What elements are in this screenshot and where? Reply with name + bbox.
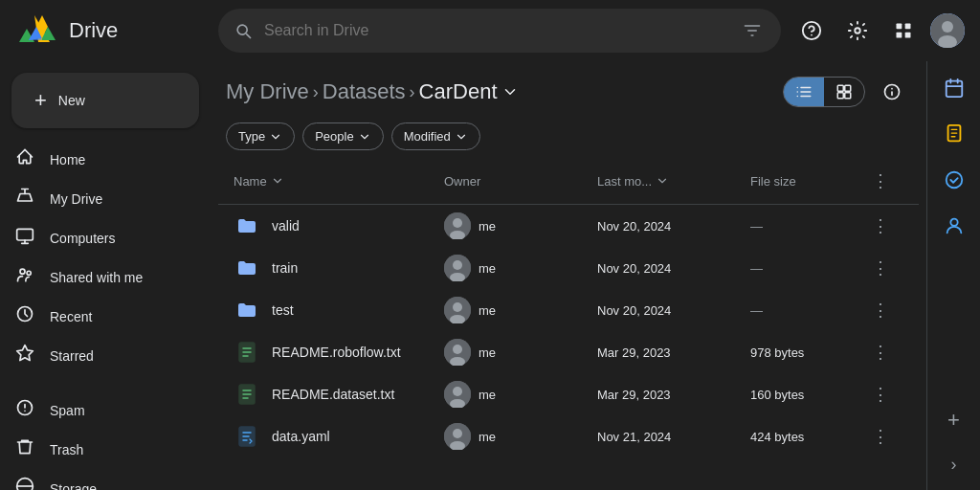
- file-size-cell: 160 bytes: [750, 388, 865, 402]
- sort-icon: [271, 174, 284, 188]
- search-input[interactable]: [264, 22, 727, 39]
- svg-point-15: [942, 21, 953, 33]
- row-more-button[interactable]: ⋮: [865, 337, 896, 368]
- sidebar-item-computers[interactable]: Computers: [0, 218, 203, 257]
- breadcrumb-bar: My Drive › Datasets › CarDent: [211, 61, 926, 119]
- new-button[interactable]: + New: [11, 73, 199, 128]
- new-button-label: New: [58, 93, 85, 108]
- row-more-button[interactable]: ⋮: [865, 421, 896, 452]
- table-row[interactable]: train me Nov 20, 2024 — ⋮: [218, 247, 919, 289]
- avatar[interactable]: [930, 13, 965, 48]
- breadcrumb-current-label: CarDent: [419, 79, 498, 104]
- breadcrumb-current[interactable]: CarDent: [419, 79, 519, 104]
- table-row[interactable]: data.yaml me Nov 21, 2024 424 bytes ⋮: [218, 415, 919, 457]
- row-more-button[interactable]: ⋮: [865, 295, 896, 325]
- apps-button[interactable]: [884, 11, 923, 50]
- header-more-button[interactable]: ⋮: [865, 166, 896, 196]
- owner-cell: me: [444, 212, 597, 239]
- sidebar-item-trash[interactable]: Trash: [0, 430, 203, 469]
- list-view-button[interactable]: [784, 78, 824, 106]
- sidebar-item-shared[interactable]: Shared with me: [0, 257, 203, 297]
- breadcrumb-datasets[interactable]: Datasets: [323, 79, 406, 104]
- svg-rect-10: [897, 24, 902, 30]
- contacts-button[interactable]: [935, 207, 973, 245]
- folder-icon: [234, 297, 260, 323]
- owner-cell: me: [444, 339, 597, 366]
- last-modified-cell: Nov 21, 2024: [597, 430, 750, 444]
- file-size-cell: 978 bytes: [750, 345, 865, 360]
- add-panel-button[interactable]: +: [935, 401, 973, 439]
- owner-cell: me: [444, 381, 597, 408]
- row-more-button[interactable]: ⋮: [865, 379, 896, 410]
- file-size-cell: —: [750, 261, 865, 276]
- modified-filter-button[interactable]: Modified: [391, 122, 480, 150]
- col-owner-header: Owner: [444, 174, 597, 189]
- type-filter-chevron-icon: [269, 130, 282, 144]
- svg-point-42: [453, 387, 462, 396]
- plus-icon: +: [34, 88, 47, 113]
- sidebar-item-spam[interactable]: Spam: [0, 390, 203, 430]
- owner-cell: me: [444, 423, 597, 450]
- settings-button[interactable]: [838, 11, 877, 50]
- col-name-header[interactable]: Name: [234, 174, 444, 189]
- search-filter-button[interactable]: [739, 17, 766, 44]
- sidebar-item-storage-label: Storage: [50, 481, 97, 491]
- logo-area: Drive: [15, 11, 207, 50]
- shared-icon: [15, 265, 34, 289]
- svg-rect-22: [837, 85, 843, 91]
- row-more-button[interactable]: ⋮: [865, 211, 896, 241]
- owner-name: me: [479, 388, 496, 402]
- breadcrumb-my-drive[interactable]: My Drive: [226, 79, 309, 104]
- table-row[interactable]: valid me Nov 20, 2024 — ⋮: [218, 205, 919, 247]
- owner-cell: me: [444, 255, 597, 281]
- grid-view-icon: [835, 83, 853, 100]
- help-button[interactable]: [792, 11, 831, 50]
- sidebar-item-recent[interactable]: Recent: [0, 297, 203, 336]
- svg-rect-17: [17, 229, 33, 240]
- filter-bar: Type People Modified: [211, 119, 926, 158]
- sidebar-item-home[interactable]: Home: [0, 140, 203, 179]
- tasks-button[interactable]: [935, 161, 973, 199]
- calendar-button[interactable]: [935, 69, 973, 107]
- file-name: train: [272, 260, 298, 276]
- spam-icon: [15, 398, 34, 422]
- owner-avatar: [444, 381, 471, 408]
- sidebar-item-spam-label: Spam: [50, 403, 85, 418]
- gear-icon: [847, 20, 868, 41]
- user-avatar-icon: [930, 13, 965, 48]
- sidebar-item-starred[interactable]: Starred: [0, 336, 203, 375]
- storage-icon: [15, 477, 34, 490]
- file-name-cell: README.roboflow.txt: [234, 339, 444, 366]
- svg-point-31: [453, 260, 462, 270]
- tasks-icon: [944, 169, 965, 190]
- text-file-icon: [234, 339, 260, 366]
- folder-icon: [234, 255, 260, 281]
- col-file-size-header: File size: [750, 174, 865, 189]
- google-drive-icon: [23, 11, 61, 50]
- people-filter-button[interactable]: People: [302, 122, 383, 150]
- table-row[interactable]: README.dataset.txt me Mar 29, 2023 160 b…: [218, 373, 919, 415]
- right-panel: + ›: [926, 61, 980, 490]
- keep-button[interactable]: [935, 115, 973, 153]
- sidebar-item-my-drive[interactable]: My Drive: [0, 179, 203, 218]
- file-name-cell: data.yaml: [234, 423, 444, 450]
- row-more-button[interactable]: ⋮: [865, 253, 896, 283]
- svg-rect-12: [897, 33, 902, 38]
- search-bar[interactable]: [218, 9, 781, 53]
- svg-rect-25: [845, 93, 851, 99]
- col-last-modified-header[interactable]: Last mo...: [597, 174, 750, 189]
- table-row[interactable]: README.roboflow.txt me Mar 29, 2023 978 …: [218, 331, 919, 373]
- folder-icon: [234, 212, 260, 239]
- people-filter-chevron-icon: [358, 130, 371, 144]
- type-filter-button[interactable]: Type: [226, 122, 295, 150]
- expand-panel-button[interactable]: ›: [944, 447, 965, 482]
- my-drive-icon: [15, 187, 34, 211]
- owner-avatar: [444, 297, 471, 323]
- svg-rect-13: [905, 33, 911, 38]
- info-button[interactable]: [873, 73, 911, 111]
- table-row[interactable]: test me Nov 20, 2024 — ⋮: [218, 289, 919, 331]
- grid-view-button[interactable]: [824, 78, 864, 106]
- sidebar-item-storage[interactable]: Storage: [0, 469, 203, 490]
- info-icon: [882, 82, 902, 101]
- table-header: Name Owner Last mo... File size ⋮: [218, 158, 919, 205]
